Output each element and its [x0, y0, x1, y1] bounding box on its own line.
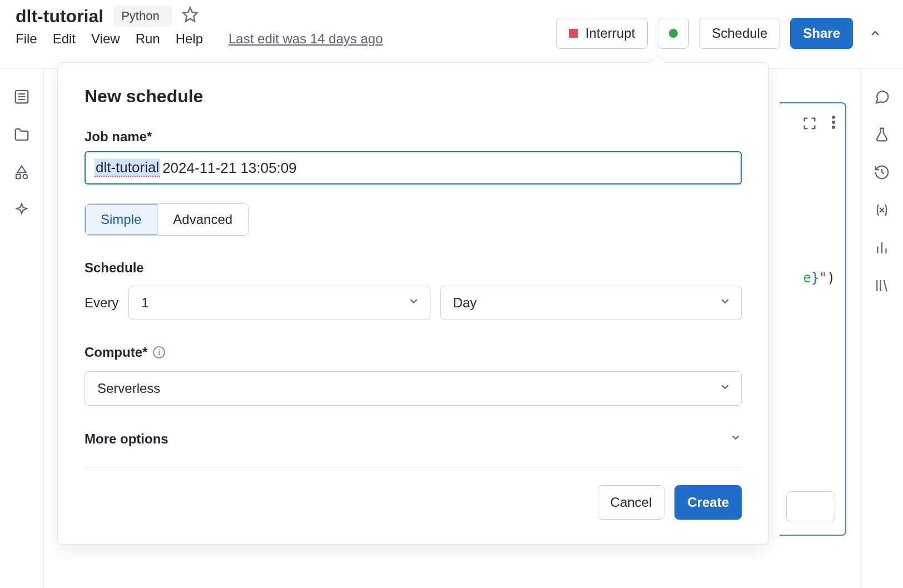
interrupt-button[interactable]: Interrupt: [556, 18, 648, 49]
code-cell[interactable]: e}"): [780, 102, 846, 536]
svg-marker-5: [18, 166, 26, 172]
menu-bar: File Edit View Run Help Last edit was 14…: [16, 31, 383, 47]
sparkle-icon[interactable]: [13, 201, 31, 219]
schedule-section-label: Schedule: [85, 260, 742, 276]
schedule-popover: New schedule Job name* dlt-tutorial 2024…: [57, 62, 769, 545]
compute-value: Serverless: [97, 381, 160, 396]
popover-title: New schedule: [85, 86, 742, 107]
right-rail: [860, 69, 903, 588]
folder-icon[interactable]: [13, 126, 31, 143]
language-chip[interactable]: Python: [113, 6, 172, 27]
schedule-button[interactable]: Schedule: [699, 18, 780, 49]
left-rail: [0, 69, 43, 588]
svg-marker-0: [183, 7, 197, 21]
kebab-icon[interactable]: [832, 116, 835, 133]
menu-edit[interactable]: Edit: [53, 31, 76, 47]
chevron-down-icon: [719, 381, 731, 396]
interval-value: 1: [141, 295, 148, 311]
interrupt-label: Interrupt: [586, 26, 635, 41]
shapes-icon[interactable]: [13, 163, 31, 181]
more-options-toggle[interactable]: More options: [85, 431, 742, 447]
svg-rect-6: [16, 175, 21, 179]
cell-output-box: [786, 491, 835, 521]
status-indicator-button[interactable]: [658, 18, 689, 49]
history-icon[interactable]: [873, 163, 891, 181]
chevron-down-icon: [730, 431, 742, 447]
star-icon[interactable]: [182, 6, 199, 27]
menu-run[interactable]: Run: [136, 31, 160, 47]
expand-icon[interactable]: [802, 116, 817, 133]
chart-icon[interactable]: [873, 239, 891, 257]
chevron-down-icon: [719, 295, 731, 311]
language-label: Python: [121, 9, 160, 23]
menu-help[interactable]: Help: [176, 31, 203, 47]
status-dot-icon: [669, 29, 678, 38]
unit-select[interactable]: Day: [440, 286, 742, 320]
compute-section-label: Compute* i: [85, 345, 742, 360]
interval-select[interactable]: 1: [128, 286, 430, 320]
schedule-label: Schedule: [712, 26, 767, 41]
chevron-down-icon: [408, 295, 420, 311]
stop-icon: [569, 29, 578, 38]
job-name-input[interactable]: [85, 151, 742, 185]
create-button[interactable]: Create: [674, 485, 742, 520]
library-icon[interactable]: [873, 277, 891, 295]
toc-icon[interactable]: [13, 88, 31, 106]
beaker-icon[interactable]: [873, 126, 891, 143]
svg-point-7: [23, 175, 28, 179]
menu-file[interactable]: File: [16, 31, 37, 47]
tab-advanced[interactable]: Advanced: [157, 204, 248, 235]
last-edit-link[interactable]: Last edit was 14 days ago: [229, 31, 383, 47]
variables-icon[interactable]: [873, 201, 891, 219]
divider: [85, 467, 742, 467]
notebook-title[interactable]: dlt-tutorial: [16, 6, 103, 27]
compute-select[interactable]: Serverless: [85, 371, 742, 406]
more-options-label: More options: [85, 431, 168, 447]
share-label: Share: [803, 26, 840, 41]
cancel-button[interactable]: Cancel: [598, 485, 665, 520]
share-button[interactable]: Share: [790, 18, 853, 49]
svg-line-15: [884, 280, 886, 291]
unit-value: Day: [453, 295, 477, 311]
tab-simple[interactable]: Simple: [85, 204, 157, 235]
info-icon[interactable]: i: [153, 346, 165, 358]
menu-view[interactable]: View: [91, 31, 120, 47]
job-name-label: Job name*: [85, 129, 742, 144]
notebook-canvas: e}") New schedule Job name* dlt-tutorial…: [43, 69, 860, 588]
collapse-header-button[interactable]: [863, 18, 887, 49]
code-fragment: e}"): [803, 270, 835, 286]
every-label: Every: [85, 295, 118, 311]
mode-toggle: Simple Advanced: [85, 203, 249, 236]
comment-icon[interactable]: [873, 88, 891, 106]
top-bar: dlt-tutorial Python File Edit View Run H…: [0, 0, 903, 69]
